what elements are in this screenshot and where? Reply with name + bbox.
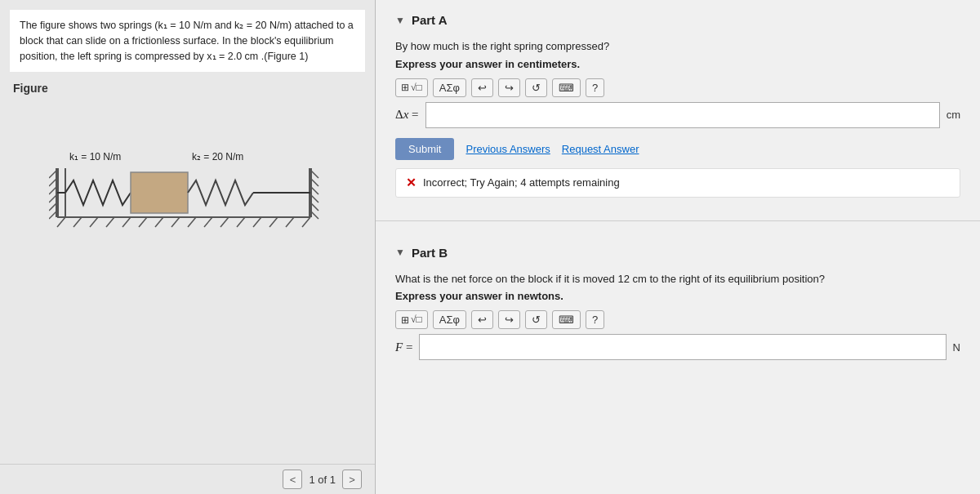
help-icon: ? xyxy=(592,82,598,94)
sqrt-icon: √□ xyxy=(411,82,422,94)
error-text: Incorrect; Try Again; 4 attempts remaini… xyxy=(423,176,620,189)
page-indicator: 1 of 1 xyxy=(309,474,336,486)
svg-line-35 xyxy=(286,217,294,227)
part-a-request-answer-link[interactable]: Request Answer xyxy=(562,143,639,155)
part-b-aso-button[interactable]: ΑΣφ xyxy=(433,310,466,329)
svg-line-23 xyxy=(90,217,98,227)
part-b-section: ▼ Part B What is the net force on the bl… xyxy=(376,233,980,384)
aso-icon: ΑΣφ xyxy=(439,82,460,94)
part-b-help-button[interactable]: ? xyxy=(586,310,604,329)
part-b-matrix-icon: ⊞ xyxy=(401,314,409,326)
part-b-redo-button[interactable]: ↪ xyxy=(498,310,520,329)
keyboard-button[interactable]: ⌨ xyxy=(552,78,581,97)
problem-description: The figure shows two springs (k₁ = 10 N/… xyxy=(10,10,365,72)
error-icon: ✕ xyxy=(406,176,416,190)
part-b-help-icon: ? xyxy=(592,314,598,326)
svg-line-26 xyxy=(139,217,147,227)
undo-icon: ↩ xyxy=(478,82,487,94)
part-b-undo-icon: ↩ xyxy=(478,314,487,326)
figure-area: Figure k₁ = 10 N/m xyxy=(0,72,375,464)
refresh-icon: ↺ xyxy=(532,82,541,94)
svg-line-27 xyxy=(155,217,163,227)
part-a-submit-row: Submit Previous Answers Request Answer xyxy=(395,138,960,160)
aso-button[interactable]: ΑΣφ xyxy=(433,78,466,97)
part-b-title: Part B xyxy=(412,246,448,260)
part-a-express: Express your answer in centimeters. xyxy=(395,58,960,70)
svg-line-21 xyxy=(57,217,65,227)
svg-line-34 xyxy=(270,217,278,227)
refresh-button[interactable]: ↺ xyxy=(525,78,547,97)
part-a-header: ▼ Part A xyxy=(395,13,960,27)
part-b-answer-label: F = xyxy=(395,340,412,354)
svg-line-30 xyxy=(204,217,212,227)
svg-line-36 xyxy=(302,217,310,227)
left-panel: The figure shows two springs (k₁ = 10 N/… xyxy=(0,0,376,494)
part-a-answer-label: Δx = xyxy=(395,108,419,122)
spring-svg: k₁ = 10 N/m k₂ xyxy=(49,111,327,242)
prev-figure-button[interactable]: < xyxy=(283,470,302,489)
matrix-icon: ⊞ xyxy=(401,82,409,93)
svg-text:k₂ = 20 N/m: k₂ = 20 N/m xyxy=(192,151,243,162)
svg-line-25 xyxy=(122,217,131,227)
part-b-aso-icon: ΑΣφ xyxy=(439,314,460,326)
svg-line-33 xyxy=(253,217,261,227)
help-button[interactable]: ? xyxy=(586,78,604,97)
keyboard-icon: ⌨ xyxy=(559,82,574,94)
svg-line-31 xyxy=(220,217,229,227)
part-b-toolbar: ⊞ √□ ΑΣφ ↩ ↪ ↺ ⌨ ? xyxy=(395,310,960,329)
part-b-refresh-button[interactable]: ↺ xyxy=(525,310,547,329)
svg-line-29 xyxy=(188,217,196,227)
matrix-button[interactable]: ⊞ √□ xyxy=(395,78,428,97)
part-a-collapse-arrow[interactable]: ▼ xyxy=(395,15,405,26)
part-a-submit-button[interactable]: Submit xyxy=(395,138,454,160)
part-a-section: ▼ Part A By how much is the right spring… xyxy=(376,0,980,216)
svg-line-24 xyxy=(106,217,114,227)
part-a-error-row: ✕ Incorrect; Try Again; 4 attempts remai… xyxy=(395,168,960,198)
svg-rect-9 xyxy=(131,172,188,213)
part-b-sqrt-icon: √□ xyxy=(411,314,422,326)
part-a-title: Part A xyxy=(412,13,448,27)
part-b-keyboard-button[interactable]: ⌨ xyxy=(552,310,581,329)
spring-diagram: k₁ = 10 N/m k₂ xyxy=(0,95,375,258)
svg-text:k₁ = 10 N/m: k₁ = 10 N/m xyxy=(69,151,121,162)
part-a-prev-answers-link[interactable]: Previous Answers xyxy=(466,143,550,155)
part-b-answer-row: F = N xyxy=(395,334,960,360)
section-divider xyxy=(376,220,980,221)
part-b-collapse-arrow[interactable]: ▼ xyxy=(395,247,405,258)
part-b-answer-input[interactable] xyxy=(419,334,946,360)
part-a-toolbar: ⊞ √□ ΑΣφ ↩ ↪ ↺ ⌨ ? xyxy=(395,78,960,97)
part-a-unit: cm xyxy=(947,109,960,121)
redo-icon: ↪ xyxy=(505,82,514,94)
redo-button[interactable]: ↪ xyxy=(498,78,520,97)
part-b-undo-button[interactable]: ↩ xyxy=(471,310,493,329)
part-b-refresh-icon: ↺ xyxy=(532,314,541,326)
undo-button[interactable]: ↩ xyxy=(471,78,493,97)
part-b-keyboard-icon: ⌨ xyxy=(559,314,574,326)
right-panel: ▼ Part A By how much is the right spring… xyxy=(376,0,980,494)
figure-label: Figure xyxy=(0,72,375,95)
svg-line-22 xyxy=(74,217,82,227)
svg-line-28 xyxy=(172,217,180,227)
part-b-unit: N xyxy=(953,341,960,354)
figure-navigation: < 1 of 1 > xyxy=(0,464,375,494)
part-a-answer-input[interactable] xyxy=(425,102,940,128)
part-b-redo-icon: ↪ xyxy=(505,314,514,326)
part-b-question: What is the net force on the block if it… xyxy=(395,271,960,287)
part-a-question: By how much is the right spring compress… xyxy=(395,38,960,55)
next-figure-button[interactable]: > xyxy=(342,470,362,489)
part-a-answer-row: Δx = cm xyxy=(395,102,960,128)
part-b-matrix-button[interactable]: ⊞ √□ xyxy=(395,310,428,329)
part-b-header: ▼ Part B xyxy=(395,246,960,260)
part-b-express: Express your answer in newtons. xyxy=(395,290,960,302)
svg-line-32 xyxy=(237,217,245,227)
